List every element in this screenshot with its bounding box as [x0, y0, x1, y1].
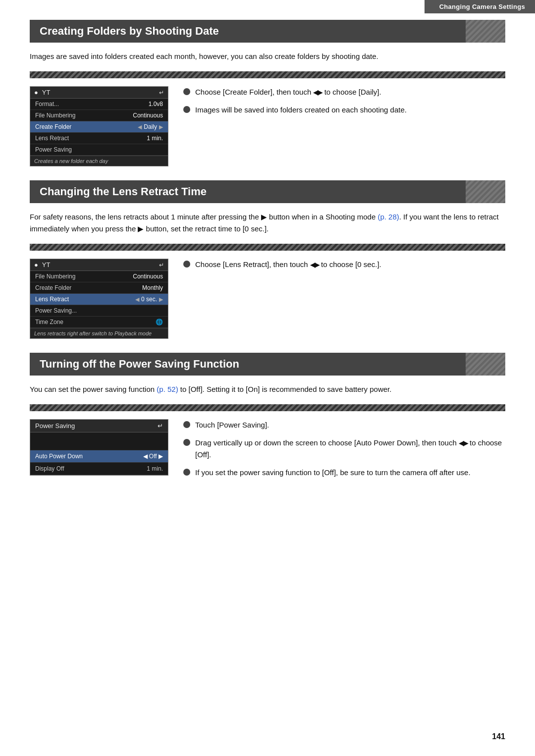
menu-row-create-folder-2: Create Folder Monthly — [30, 282, 168, 294]
section-content-power-saving: Power Saving ↵ Auto Power Down ◀ Off ▶ D… — [30, 419, 505, 485]
bullet-list-1: Choose [Create Folder], then touch ◀▶ to… — [183, 86, 505, 122]
section-content-lens-retract: ● YT ↵ File Numbering Continuous Create … — [30, 259, 505, 339]
menu-row-power-saving-2: Power Saving... — [30, 305, 168, 317]
arrow-right-icon-2: ▶ — [159, 296, 163, 303]
menu-footer-2: Lens retracts right after switch to Play… — [30, 328, 168, 338]
power-saving-menu: Power Saving ↵ Auto Power Down ◀ Off ▶ D… — [30, 419, 168, 476]
stripe-divider-1 — [30, 71, 505, 78]
bullet-item-3-2: Drag vertically up or down the screen to… — [183, 437, 505, 461]
bullet-dot-2 — [183, 261, 190, 268]
bullet-dot — [183, 106, 190, 113]
arrow-left-icon: ◀ — [138, 124, 142, 130]
bullet-item-2-1: Choose [Lens Retract], then touch ◀▶ to … — [183, 259, 505, 270]
arrow-left-power: ◀ — [143, 453, 148, 460]
header-title: Changing Camera Settings — [439, 3, 525, 10]
lr-arrow-icon-3: ◀▶ — [459, 439, 468, 447]
link-p52: (p. 52) — [157, 385, 178, 393]
power-menu-row-auto-power: Auto Power Down ◀ Off ▶ — [30, 450, 168, 463]
menu-row-format: Format... 1.0v8 — [30, 99, 168, 110]
section-heading-power-saving: Turning off the Power Saving Function — [30, 353, 505, 376]
page-header: Changing Camera Settings — [425, 0, 535, 13]
section-content-creating-folders: ● YT ↵ Format... 1.0v8 File Numbering Co… — [30, 86, 505, 166]
link-p28: (p. 28) — [377, 213, 399, 221]
menu-footer-1: Creates a new folder each day — [30, 156, 168, 166]
bullet-dot-3a — [183, 421, 190, 428]
menu-row-file-numbering: File Numbering Continuous — [30, 110, 168, 121]
camera-menu-header-1: ● YT ↵ — [30, 87, 168, 99]
power-menu-row-display-off: Display Off 1 min. — [30, 463, 168, 475]
menu-row-lens-retract-1: Lens Retract 1 min. — [30, 133, 168, 144]
menu-row-file-numbering-2: File Numbering Continuous — [30, 271, 168, 282]
camera-icon: ● — [34, 89, 38, 96]
menu-row-lens-retract-2: Lens Retract ◀ 0 sec. ▶ — [30, 294, 168, 305]
bullet-list-3: Touch [Power Saving]. Drag vertically up… — [183, 419, 505, 485]
power-menu-back: ↵ — [158, 422, 163, 430]
page-number: 141 — [492, 732, 505, 741]
body-text-power-saving: You can set the power saving function (p… — [30, 383, 505, 395]
bullet-dot-3c — [183, 469, 190, 476]
section-heading-lens-retract: Changing the Lens Retract Time — [30, 180, 505, 203]
menu-icons-1: ● YT — [34, 89, 50, 96]
menu-row-power-saving-1: Power Saving — [30, 144, 168, 156]
bullet-dot — [183, 88, 190, 95]
power-menu-header: Power Saving ↵ — [30, 420, 168, 432]
body-text-creating-folders: Images are saved into folders created ea… — [30, 51, 505, 62]
body-text-lens-retract: For safety reasons, the lens retracts ab… — [30, 211, 505, 235]
bullet-item-3-1: Touch [Power Saving]. — [183, 419, 505, 431]
arrow-right-power: ▶ — [159, 453, 163, 460]
back-button-1: ↵ — [159, 89, 164, 96]
bullet-list-2: Choose [Lens Retract], then touch ◀▶ to … — [183, 259, 505, 276]
camera-menu-header-2: ● YT ↵ — [30, 259, 168, 271]
wrench-icon: YT — [42, 89, 51, 96]
menu-row-time-zone: Time Zone 🌐 — [30, 317, 168, 328]
back-button-2: ↵ — [159, 262, 164, 269]
bullet-dot-3b — [183, 439, 190, 446]
arrow-right-icon: ▶ — [159, 124, 163, 130]
bullet-item-1-1: Choose [Create Folder], then touch ◀▶ to… — [183, 86, 505, 98]
section-heading-creating-folders: Creating Folders by Shooting Date — [30, 20, 505, 43]
lr-arrow-icon-2: ◀▶ — [310, 261, 319, 269]
bullet-item-3-3: If you set the power saving function to … — [183, 467, 505, 479]
page-container: Changing Camera Settings Creating Folder… — [0, 0, 535, 756]
lr-arrow-icon: ◀▶ — [313, 88, 322, 96]
power-menu-spacer — [30, 432, 168, 450]
camera-icon-2: ● — [34, 261, 38, 269]
power-menu-title: Power Saving — [35, 422, 75, 430]
camera-menu-1: ● YT ↵ Format... 1.0v8 File Numbering Co… — [30, 86, 168, 166]
menu-icons-2: ● YT — [34, 261, 50, 269]
stripe-divider-2 — [30, 244, 505, 251]
bullet-item-1-2: Images will be saved into folders create… — [183, 104, 505, 116]
wrench-icon-2: YT — [42, 261, 51, 269]
camera-menu-2: ● YT ↵ File Numbering Continuous Create … — [30, 259, 168, 339]
arrow-left-icon-2: ◀ — [135, 296, 139, 303]
menu-row-create-folder: Create Folder ◀ Daily ▶ — [30, 121, 168, 133]
stripe-divider-3 — [30, 404, 505, 411]
